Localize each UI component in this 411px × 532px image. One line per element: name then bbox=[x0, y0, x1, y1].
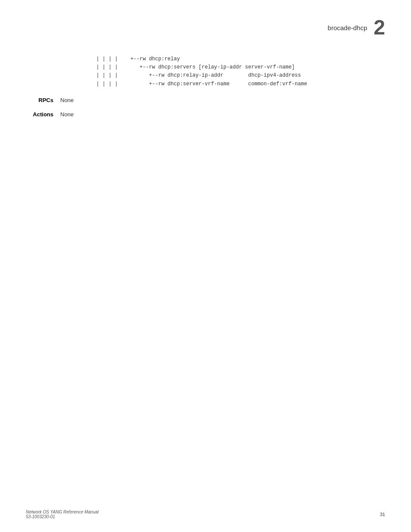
rpcs-label: RPCs bbox=[26, 97, 60, 103]
rpcs-section: RPCs None bbox=[26, 97, 385, 103]
code-block: | | | | +--rw dhcp:relay | | | | +--rw d… bbox=[26, 55, 385, 88]
rpcs-value: None bbox=[60, 97, 74, 103]
chapter-number: 2 bbox=[374, 17, 385, 38]
manual-title: Network OS YANG Reference Manual bbox=[26, 510, 99, 514]
actions-label: Actions bbox=[26, 111, 60, 118]
manual-id: 53-1003230-01 bbox=[26, 514, 99, 519]
footer-left: Network OS YANG Reference Manual 53-1003… bbox=[26, 510, 99, 519]
page-number: 31 bbox=[380, 512, 385, 517]
chapter-title: brocade-dhcp bbox=[328, 24, 367, 31]
actions-value: None bbox=[60, 111, 74, 118]
content-area: | | | | +--rw dhcp:relay | | | | +--rw d… bbox=[26, 55, 385, 118]
actions-section: Actions None bbox=[26, 111, 385, 118]
page-header: brocade-dhcp 2 bbox=[26, 17, 385, 42]
page-container: brocade-dhcp 2 | | | | +--rw dhcp:relay … bbox=[0, 0, 411, 532]
page-footer: Network OS YANG Reference Manual 53-1003… bbox=[26, 510, 385, 519]
